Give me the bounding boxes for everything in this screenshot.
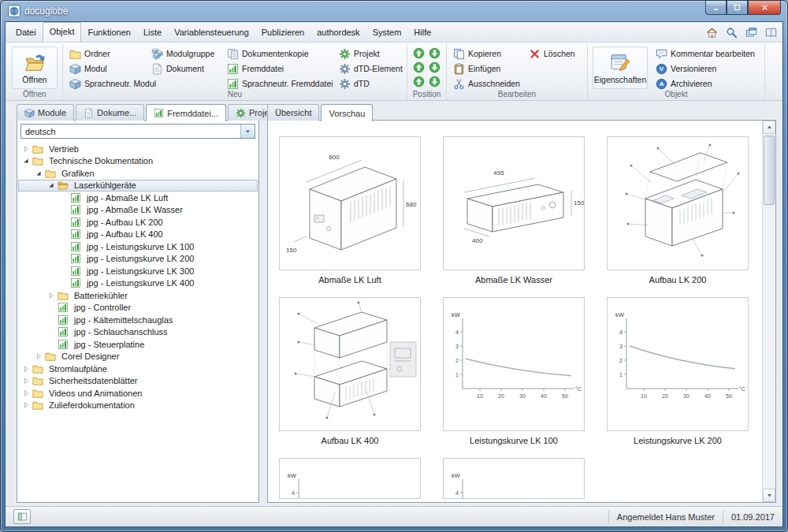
- tree-item-laserkuhlgerate[interactable]: Laserkühlgeräte: [18, 180, 258, 192]
- tree-item-sicherheitsdatenblatter[interactable]: Sicherheitsdatenblätter: [18, 375, 258, 388]
- close-button[interactable]: [748, 1, 781, 15]
- menu-item-objekt[interactable]: Objekt: [43, 22, 82, 42]
- expand-arrow-icon[interactable]: [21, 143, 32, 154]
- scrollbar-thumb[interactable]: [764, 136, 775, 205]
- tree-item-grafiken[interactable]: Grafiken: [18, 167, 258, 180]
- collapse-arrow-icon[interactable]: [34, 168, 45, 178]
- expand-arrow-icon[interactable]: [21, 388, 32, 398]
- tree-item-stromlaufplane[interactable]: Stromlaufpläne: [18, 363, 258, 375]
- scroll-up-button[interactable]: [763, 121, 775, 134]
- tree-item-batteriekuhler[interactable]: Batteriekühler: [18, 289, 258, 302]
- ribbon-button-modulgruppe[interactable]: Modulgruppe: [150, 47, 219, 61]
- collapse-arrow-icon[interactable]: [46, 180, 58, 191]
- ribbon-button-fremddatei[interactable]: Fremddatei: [225, 61, 331, 76]
- tree-item-jpg-leistungskurve-lk-100[interactable]: jpg - Leistungskurve LK 100: [18, 240, 258, 253]
- tree-item-label: Grafiken: [59, 169, 97, 178]
- menubar: DateiObjektFunktionenListeVariablensteue…: [6, 22, 782, 43]
- move-down-button[interactable]: [428, 61, 441, 74]
- menu-item-authordesk[interactable]: authordesk: [310, 24, 366, 42]
- maximize-button[interactable]: [727, 1, 748, 15]
- tab-module[interactable]: Module: [17, 104, 74, 121]
- tree-item-jpg-abmasse-lk-wasser[interactable]: jpg - Abmaße LK Wasser: [18, 204, 258, 217]
- chevron-down-icon[interactable]: [240, 125, 255, 138]
- ribbon-button-dokumentenkopie[interactable]: Dokumentenkopie: [225, 47, 331, 61]
- ribbon-button-projekt[interactable]: Projekt: [337, 47, 402, 61]
- ribbon-button-eigenschaften[interactable]: Eigenschaften: [593, 47, 648, 89]
- tab-dokume[interactable]: Dokume...: [76, 104, 144, 121]
- tree-item-jpg-abmasse-lk-luft[interactable]: jpg - Abmaße LK Luft: [18, 192, 258, 204]
- ribbon-button-dokument[interactable]: Dokument: [150, 61, 219, 76]
- move-down-button[interactable]: [428, 47, 441, 60]
- ribbon-button-modul[interactable]: Modul: [68, 61, 143, 76]
- thumbnail-partial-7[interactable]: kW43211020304050°C: [443, 458, 585, 499]
- ribbon-button-sprachneutr-modul[interactable]: Sprachneutr. Modul: [68, 76, 143, 91]
- gear-icon: [339, 63, 351, 75]
- thumbnail-leistungskurve-lk-200[interactable]: kW43211020304050°CLeistungskurve LK 200: [607, 297, 749, 447]
- tree-item-jpg-kaltemittelschauglas[interactable]: jpg - Kältemittelschauglas: [18, 314, 258, 326]
- menu-item-variablensteuerung[interactable]: Variablensteuerung: [168, 24, 255, 42]
- expand-arrow-icon[interactable]: [34, 352, 45, 362]
- menu-item-hilfe[interactable]: Hilfe: [407, 24, 437, 42]
- move-down-button[interactable]: [428, 75, 441, 88]
- tree-item-jpg-leistungskurve-lk-300[interactable]: jpg - Leistungskurve LK 300: [18, 265, 258, 277]
- move-up-button[interactable]: [412, 75, 426, 88]
- menu-item-publizieren[interactable]: Publizieren: [255, 24, 310, 42]
- scroll-down-button[interactable]: [763, 489, 775, 502]
- ribbon-button-ordner[interactable]: Ordner: [68, 47, 143, 61]
- tree-item-jpg-schlauchanschluss[interactable]: jpg - Schlauchanschluss: [18, 326, 258, 339]
- tree-item-jpg-leistungskurve-lk-400[interactable]: jpg - Leistungskurve LK 400: [18, 277, 258, 290]
- tab-label: Vorschau: [329, 109, 365, 118]
- expand-arrow-icon[interactable]: [21, 363, 32, 374]
- expand-arrow-icon[interactable]: [46, 290, 58, 300]
- search-button[interactable]: [723, 25, 739, 39]
- thumbnail-abmasse-lk-wasser[interactable]: 495150400Abmaße LK Wasser: [443, 136, 585, 286]
- panel-splitter[interactable]: [259, 120, 267, 503]
- menu-item-datei[interactable]: Datei: [9, 24, 43, 42]
- thumbnail-aufbau-lk-400[interactable]: Aufbau LK 400: [279, 297, 421, 447]
- ribbon-button-kopieren[interactable]: Kopieren: [452, 47, 521, 61]
- collapse-arrow-icon[interactable]: [21, 156, 32, 166]
- ribbon-button-loschen[interactable]: Löschen: [527, 47, 582, 61]
- menu-item-funktionen[interactable]: Funktionen: [81, 24, 136, 42]
- tree-item-corel-designer[interactable]: Corel Designer: [18, 351, 258, 363]
- tab-vorschau[interactable]: Vorschau: [321, 104, 373, 121]
- move-up-button[interactable]: [412, 61, 426, 74]
- svg-text:40: 40: [704, 393, 711, 399]
- tree-item-videos-und-animationen[interactable]: Videos und Animationen: [18, 387, 258, 400]
- ribbon-button-einfugen[interactable]: Einfügen: [452, 61, 521, 76]
- ribbon-button-ausschneiden[interactable]: Ausschneiden: [452, 76, 521, 91]
- tree-item-jpg-leistungskurve-lk-200[interactable]: jpg - Leistungskurve LK 200: [18, 253, 258, 266]
- thumbnail-partial-6[interactable]: kW43211020304050°C: [279, 458, 421, 499]
- menu-item-liste[interactable]: Liste: [137, 24, 168, 42]
- ribbon-button-kommentar-bearbeiten[interactable]: Kommentar bearbeiten: [654, 47, 760, 61]
- thumbnail-abmasse-lk-luft[interactable]: 600680150Abmaße LK Luft: [279, 136, 421, 286]
- language-select[interactable]: deutsch: [20, 124, 255, 139]
- tree-item-technische-dokumentation[interactable]: Technische Dokumentation: [18, 155, 258, 168]
- tree-item-vertrieb[interactable]: Vertrieb: [18, 143, 258, 155]
- thumbnail-leistungskurve-lk-100[interactable]: kW43211020304050°CLeistungskurve LK 100: [443, 297, 585, 447]
- preview-scrollbar[interactable]: [762, 121, 775, 502]
- handbook-button[interactable]: [763, 25, 779, 39]
- window-layout-button[interactable]: [743, 25, 759, 39]
- expand-arrow-icon[interactable]: [21, 376, 32, 386]
- tree-item-jpg-aufbau-lk-400[interactable]: jpg - Aufbau LK 400: [18, 229, 258, 241]
- ribbon-button-versionieren[interactable]: VVersionieren: [654, 61, 760, 76]
- move-up-button[interactable]: [412, 47, 426, 60]
- ribbon-button-dtd-element[interactable]: dTD-Element: [337, 61, 402, 76]
- expand-arrow-icon[interactable]: [21, 400, 32, 411]
- tree-item-jpg-controller[interactable]: jpg - Controller: [18, 302, 258, 314]
- panel-toggle-button[interactable]: [13, 509, 31, 524]
- ribbon-button-archivieren[interactable]: AArchivieren: [654, 76, 760, 91]
- tree-item-jpg-steuerplatine[interactable]: jpg - Steuerplatine: [18, 338, 258, 351]
- tab-fremddatei[interactable]: Fremddatei...: [146, 104, 226, 121]
- ribbon-button-sprachneutr-fremddatei[interactable]: Sprachneutr. Fremddatei: [225, 76, 331, 91]
- ribbon-button-offnen[interactable]: Öffnen: [12, 47, 58, 89]
- tree-item-zulieferdokumentation[interactable]: Zulieferdokumentation: [18, 400, 258, 412]
- home-button[interactable]: [704, 25, 719, 39]
- minimize-button[interactable]: [705, 1, 727, 15]
- tab-ubersicht[interactable]: Übersicht: [267, 104, 319, 121]
- menu-item-system[interactable]: System: [366, 24, 408, 42]
- tree-item-jpg-aufbau-lk-200[interactable]: jpg - Aufbau LK 200: [18, 216, 258, 229]
- ribbon-button-dtd[interactable]: dTD: [337, 76, 402, 91]
- thumbnail-aufbau-lk-200[interactable]: Aufbau LK 200: [607, 136, 749, 286]
